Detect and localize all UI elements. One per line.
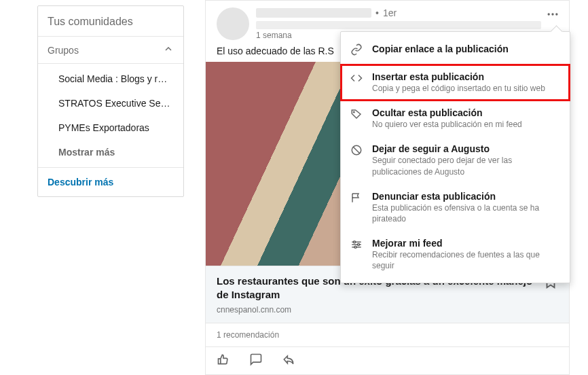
share-button[interactable] — [282, 353, 295, 366]
menu-item-desc: Seguir conectado pero dejar de ver las p… — [372, 155, 560, 177]
communities-header: Tus comunidades — [38, 6, 183, 36]
chevron-up-icon — [163, 43, 174, 56]
group-item[interactable]: PYMEs Exportadoras — [38, 115, 183, 140]
menu-embed[interactable]: Insertar esta publicación Copia y pega e… — [341, 65, 570, 101]
link-domain: cnnespanol.cnn.com — [217, 305, 536, 315]
menu-item-desc: Recibir recomendaciones de fuentes a las… — [372, 249, 560, 271]
post-options-button[interactable] — [546, 7, 559, 23]
svg-point-3 — [354, 111, 355, 113]
comment-button[interactable] — [249, 353, 263, 366]
menu-item-title: Denunciar esta publicación — [372, 191, 560, 202]
groups-list: Social Media : Blogs y r… STRATOS Execut… — [38, 64, 183, 167]
group-item[interactable]: STRATOS Executive Se… — [38, 91, 183, 115]
menu-improve-feed[interactable]: Mejorar mi feed Recibir recomendaciones … — [341, 231, 570, 278]
embed-icon — [350, 72, 364, 94]
menu-item-title: Mejorar mi feed — [372, 238, 560, 249]
menu-item-desc: Esta publicación es ofensiva o la cuenta… — [372, 202, 560, 224]
flag-icon — [350, 192, 364, 224]
menu-item-desc: Copia y pega el código insertado en tu s… — [372, 83, 560, 94]
group-item[interactable]: Social Media : Blogs y r… — [38, 67, 183, 91]
menu-copy-link[interactable]: Copiar enlace a la publicación — [341, 36, 570, 65]
svg-point-11 — [354, 246, 356, 248]
svg-point-10 — [358, 244, 360, 246]
discover-more-link[interactable]: Descubrir más — [38, 167, 183, 196]
menu-unfollow[interactable]: Dejar de seguir a Augusto Seguir conecta… — [341, 137, 570, 183]
menu-report[interactable]: Denunciar esta publicación Esta publicac… — [341, 184, 570, 231]
sliders-icon — [350, 238, 364, 271]
tag-icon — [350, 108, 364, 130]
menu-item-title: Ocultar esta publicación — [372, 107, 560, 118]
svg-point-9 — [354, 241, 356, 243]
author-headline-redacted — [256, 21, 541, 29]
post-stats[interactable]: 1 recomendación — [206, 323, 569, 346]
groups-label: Grupos — [48, 45, 79, 56]
separator-dot: • — [375, 7, 379, 18]
connection-degree: 1er — [383, 7, 397, 18]
communities-sidebar: Tus comunidades Grupos Social Media : Bl… — [37, 5, 184, 197]
menu-item-title: Copiar enlace a la publicación — [372, 43, 560, 55]
link-icon — [350, 43, 364, 58]
author-name-redacted[interactable] — [256, 8, 371, 18]
svg-point-1 — [551, 13, 553, 15]
menu-item-desc: No quiero ver esta publicación en mi fee… — [372, 119, 560, 130]
menu-item-title: Insertar esta publicación — [372, 71, 560, 82]
menu-item-title: Dejar de seguir a Augusto — [372, 143, 560, 154]
svg-line-5 — [354, 147, 360, 154]
svg-point-2 — [555, 13, 557, 15]
menu-hide[interactable]: Ocultar esta publicación No quiero ver e… — [341, 101, 570, 137]
avatar[interactable] — [217, 7, 249, 40]
show-more-groups[interactable]: Mostrar más — [38, 140, 183, 164]
post-options-menu: Copiar enlace a la publicación Insertar … — [340, 31, 570, 283]
unfollow-icon — [350, 144, 364, 177]
post-actions — [206, 346, 569, 374]
svg-point-0 — [548, 13, 550, 15]
like-button[interactable] — [217, 353, 230, 366]
groups-toggle[interactable]: Grupos — [38, 36, 183, 64]
